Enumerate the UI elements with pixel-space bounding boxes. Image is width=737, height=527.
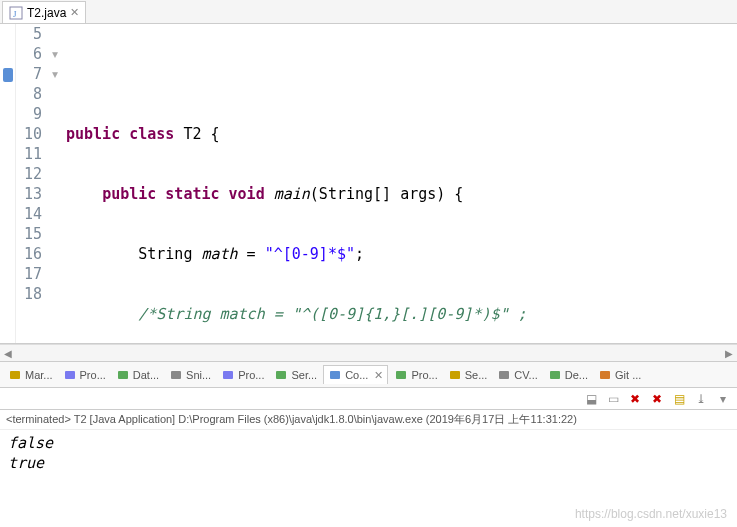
watermark: https://blog.csdn.net/xuxie13 (575, 507, 727, 521)
view-icon (497, 368, 511, 382)
scroll-right-icon[interactable]: ▶ (725, 348, 733, 359)
view-label: Se... (465, 369, 488, 381)
svg-rect-6 (223, 371, 233, 379)
view-tab[interactable]: Pro... (390, 366, 441, 384)
view-label: Pro... (80, 369, 106, 381)
java-file-icon: J (9, 6, 23, 20)
view-tab[interactable]: Sni... (165, 366, 215, 384)
svg-rect-7 (276, 371, 286, 379)
svg-rect-4 (118, 371, 128, 379)
view-label: Mar... (25, 369, 53, 381)
view-tab[interactable]: Ser... (270, 366, 321, 384)
view-label: De... (565, 369, 588, 381)
svg-rect-5 (171, 371, 181, 379)
remove-icon[interactable]: ✖ (649, 391, 665, 407)
views-tabbar: Mar...Pro...Dat...Sni...Pro...Ser...Co..… (0, 362, 737, 388)
svg-rect-8 (330, 371, 340, 379)
view-icon (169, 368, 183, 382)
view-label: Pro... (238, 369, 264, 381)
pin-icon[interactable]: ⬓ (583, 391, 599, 407)
svg-rect-12 (550, 371, 560, 379)
view-label: Sni... (186, 369, 211, 381)
view-tab[interactable]: Pro... (217, 366, 268, 384)
svg-text:J: J (13, 9, 17, 19)
view-icon (221, 368, 235, 382)
svg-rect-9 (396, 371, 406, 379)
editor-tabbar: J T2.java ✕ (0, 0, 737, 24)
line-numbers: 567 8910 111213 141516 1718 (16, 24, 48, 343)
code-editor[interactable]: 567 8910 111213 141516 1718 ▾▾ public cl… (0, 24, 737, 344)
view-tab[interactable]: Git ... (594, 366, 645, 384)
svg-rect-3 (65, 371, 75, 379)
view-label: CV... (514, 369, 537, 381)
editor-tab[interactable]: J T2.java ✕ (2, 1, 86, 23)
console-toolbar: ⬓ ▭ ✖ ✖ ▤ ⤓ ▾ (0, 388, 737, 410)
view-icon (448, 368, 462, 382)
code-area[interactable]: public class T2 { public static void mai… (62, 24, 737, 343)
svg-rect-2 (10, 371, 20, 379)
view-tab[interactable]: Se... (444, 366, 492, 384)
view-tab[interactable]: Dat... (112, 366, 163, 384)
close-icon[interactable]: ✕ (374, 369, 383, 382)
clear-icon[interactable]: ▤ (671, 391, 687, 407)
view-tab[interactable]: CV... (493, 366, 541, 384)
tab-filename: T2.java (27, 6, 66, 20)
display-icon[interactable]: ▭ (605, 391, 621, 407)
view-icon (548, 368, 562, 382)
fold-column: ▾▾ (48, 24, 62, 343)
view-icon (274, 368, 288, 382)
marker-override-icon (3, 68, 13, 82)
view-label: Ser... (291, 369, 317, 381)
svg-rect-13 (600, 371, 610, 379)
view-icon (63, 368, 77, 382)
terminated-label: <terminated> T2 [Java Application] D:\Pr… (0, 410, 737, 430)
horizontal-scrollbar[interactable]: ◀ ▶ (0, 344, 737, 362)
view-label: Dat... (133, 369, 159, 381)
close-icon[interactable]: ✕ (70, 6, 79, 19)
console-output[interactable]: false true (0, 430, 737, 478)
console-line: true (8, 454, 729, 474)
view-tab[interactable]: Pro... (59, 366, 110, 384)
view-icon (598, 368, 612, 382)
open-console-icon[interactable]: ▾ (715, 391, 731, 407)
view-tab[interactable]: Mar... (4, 366, 57, 384)
view-icon (116, 368, 130, 382)
view-label: Git ... (615, 369, 641, 381)
svg-rect-10 (450, 371, 460, 379)
scroll-lock-icon[interactable]: ⤓ (693, 391, 709, 407)
scroll-left-icon[interactable]: ◀ (4, 348, 12, 359)
view-icon (328, 368, 342, 382)
console-line: false (8, 434, 729, 454)
view-icon (8, 368, 22, 382)
view-tab[interactable]: Co...✕ (323, 365, 388, 384)
marker-bar (0, 24, 16, 343)
view-label: Pro... (411, 369, 437, 381)
svg-rect-11 (499, 371, 509, 379)
view-icon (394, 368, 408, 382)
view-label: Co... (345, 369, 368, 381)
view-tab[interactable]: De... (544, 366, 592, 384)
remove-all-icon[interactable]: ✖ (627, 391, 643, 407)
